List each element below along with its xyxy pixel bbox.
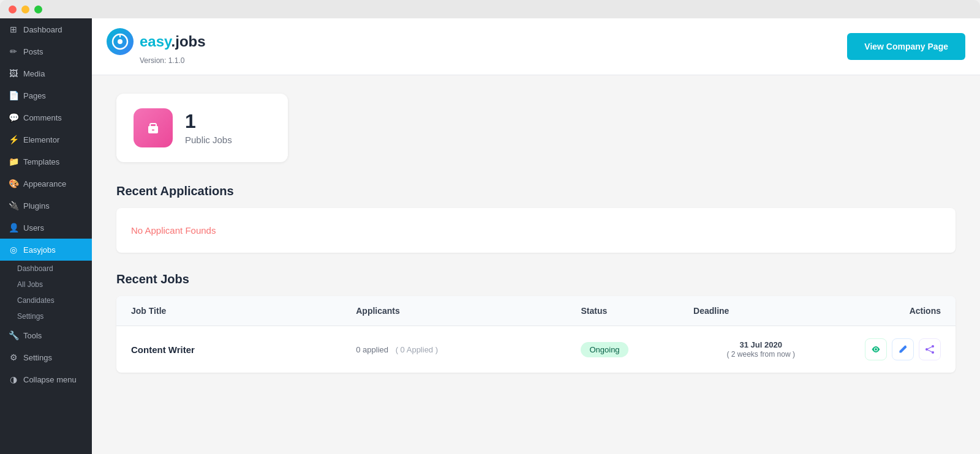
stat-icon-briefcase bbox=[134, 108, 173, 147]
templates-icon: 📁 bbox=[9, 157, 18, 166]
sidebar-item-media[interactable]: 🖼 Media bbox=[0, 62, 92, 84]
users-icon: 👤 bbox=[9, 223, 18, 233]
svg-rect-5 bbox=[148, 126, 158, 128]
col-header-deadline: Deadline bbox=[693, 306, 828, 316]
svg-point-7 bbox=[932, 345, 934, 348]
col-header-status: Status bbox=[581, 306, 693, 316]
edit-job-button[interactable] bbox=[892, 338, 914, 360]
svg-line-10 bbox=[928, 347, 932, 349]
sidebar-item-collapse[interactable]: ◑ Collapse menu bbox=[0, 368, 92, 390]
sidebar-sub-ej-settings[interactable]: Settings bbox=[0, 308, 92, 324]
job-title-text: Content Writer bbox=[131, 344, 195, 355]
appearance-icon: 🎨 bbox=[9, 179, 18, 188]
sidebar-item-label: Media bbox=[23, 69, 45, 78]
sidebar-item-settings[interactable]: ⚙ Settings bbox=[0, 346, 92, 368]
sidebar-item-label: Collapse menu bbox=[23, 375, 77, 384]
deadline-cell: 31 Jul 2020 ( 2 weeks from now ) bbox=[693, 340, 828, 359]
deadline-date: 31 Jul 2020 bbox=[693, 340, 828, 349]
no-applicant-text: No Applicant Founds bbox=[131, 225, 941, 236]
sidebar-item-posts[interactable]: ✏ Posts bbox=[0, 40, 92, 62]
sidebar-item-comments[interactable]: 💬 Comments bbox=[0, 106, 92, 128]
sidebar-sub-candidates[interactable]: Candidates bbox=[0, 292, 92, 308]
sub-label: Candidates bbox=[17, 296, 55, 305]
main-content: easy.jobs Version: 1.1.0 View Company Pa… bbox=[92, 18, 980, 454]
sidebar-item-label: Pages bbox=[23, 91, 46, 100]
comments-icon: 💬 bbox=[9, 113, 18, 122]
sidebar-item-users[interactable]: 👤 Users bbox=[0, 217, 92, 239]
easyjobs-icon: ◎ bbox=[9, 245, 18, 255]
window-chrome bbox=[0, 0, 980, 18]
job-title-cell: Content Writer bbox=[131, 344, 356, 355]
version-text: Version: 1.1.0 bbox=[140, 56, 184, 65]
actions-cell bbox=[828, 338, 941, 360]
sidebar-item-templates[interactable]: 📁 Templates bbox=[0, 151, 92, 173]
minimize-dot[interactable] bbox=[21, 6, 29, 13]
svg-rect-6 bbox=[152, 129, 154, 131]
sidebar-item-pages[interactable]: 📄 Pages bbox=[0, 84, 92, 106]
posts-icon: ✏ bbox=[9, 47, 18, 56]
table-row: Content Writer 0 applied ( 0 Applied ) O… bbox=[116, 326, 956, 373]
close-dot[interactable] bbox=[9, 6, 17, 13]
deadline-relative: ( 2 weeks from now ) bbox=[727, 350, 795, 359]
sidebar: ⊞ Dashboard ✏ Posts 🖼 Media 📄 Pages 💬 Co… bbox=[0, 18, 92, 454]
recent-jobs-section: Recent Jobs Job Title Applicants Status … bbox=[116, 272, 956, 373]
empty-applications-box: No Applicant Founds bbox=[116, 208, 956, 253]
tools-icon: 🔧 bbox=[9, 330, 18, 340]
status-cell: Ongoing bbox=[581, 342, 693, 357]
collapse-icon: ◑ bbox=[9, 374, 18, 384]
share-job-button[interactable] bbox=[919, 338, 941, 360]
sidebar-sub-all-jobs[interactable]: All Jobs bbox=[0, 277, 92, 292]
applied-count: ( 0 Applied ) bbox=[396, 345, 438, 354]
sidebar-item-label: Users bbox=[23, 223, 44, 233]
sidebar-sub-ej-dashboard[interactable]: Dashboard bbox=[0, 261, 92, 277]
sidebar-item-plugins[interactable]: 🔌 Plugins bbox=[0, 195, 92, 217]
svg-point-8 bbox=[932, 351, 934, 354]
logo-text: easy.jobs bbox=[140, 33, 206, 50]
applicants-count: 0 applied bbox=[356, 345, 388, 354]
logo-icon bbox=[107, 28, 134, 55]
stat-count: 1 bbox=[185, 111, 232, 131]
pages-icon: 📄 bbox=[9, 91, 18, 100]
stat-label: Public Jobs bbox=[185, 135, 232, 145]
recent-applications-section: Recent Applications No Applicant Founds bbox=[116, 184, 956, 253]
stat-info: 1 Public Jobs bbox=[185, 111, 232, 145]
sub-label: All Jobs bbox=[17, 280, 43, 289]
sidebar-item-label: Easyjobs bbox=[23, 245, 56, 255]
sidebar-item-label: Appearance bbox=[23, 179, 66, 188]
recent-applications-title: Recent Applications bbox=[116, 184, 956, 198]
logo-area: easy.jobs Version: 1.1.0 bbox=[107, 28, 206, 65]
sidebar-item-label: Settings bbox=[23, 353, 52, 362]
view-company-button[interactable]: View Company Page bbox=[847, 33, 965, 60]
applicants-cell: 0 applied ( 0 Applied ) bbox=[356, 344, 581, 354]
table-header: Job Title Applicants Status Deadline Act… bbox=[116, 296, 956, 326]
plugins-icon: 🔌 bbox=[9, 201, 18, 210]
col-header-actions: Actions bbox=[828, 306, 941, 316]
logo-row: easy.jobs bbox=[107, 28, 206, 55]
media-icon: 🖼 bbox=[9, 69, 18, 78]
sidebar-item-label: Plugins bbox=[23, 201, 50, 210]
dashboard-icon: ⊞ bbox=[9, 24, 18, 34]
sidebar-item-label: Comments bbox=[23, 113, 62, 122]
sidebar-item-label: Dashboard bbox=[23, 25, 62, 34]
sub-label: Dashboard bbox=[17, 264, 53, 273]
svg-line-11 bbox=[928, 350, 932, 352]
col-header-job-title: Job Title bbox=[131, 306, 356, 316]
sidebar-item-elementor[interactable]: ⚡ Elementor bbox=[0, 128, 92, 151]
sub-label: Settings bbox=[17, 312, 43, 321]
sidebar-item-label: Templates bbox=[23, 157, 59, 166]
dashboard-body: 1 Public Jobs Recent Applications No App… bbox=[92, 75, 980, 454]
sidebar-item-dashboard[interactable]: ⊞ Dashboard bbox=[0, 18, 92, 40]
sidebar-item-label: Posts bbox=[23, 47, 43, 56]
recent-jobs-title: Recent Jobs bbox=[116, 272, 956, 286]
view-job-button[interactable] bbox=[865, 338, 887, 360]
sidebar-item-label: Tools bbox=[23, 331, 42, 340]
sidebar-item-tools[interactable]: 🔧 Tools bbox=[0, 324, 92, 346]
status-badge: Ongoing bbox=[581, 342, 628, 357]
maximize-dot[interactable] bbox=[34, 6, 42, 13]
svg-point-9 bbox=[925, 348, 928, 351]
col-header-applicants: Applicants bbox=[356, 306, 581, 316]
sidebar-item-appearance[interactable]: 🎨 Appearance bbox=[0, 173, 92, 195]
elementor-icon: ⚡ bbox=[9, 135, 18, 144]
sidebar-item-easyjobs[interactable]: ◎ Easyjobs bbox=[0, 239, 92, 261]
settings-icon: ⚙ bbox=[9, 352, 18, 362]
